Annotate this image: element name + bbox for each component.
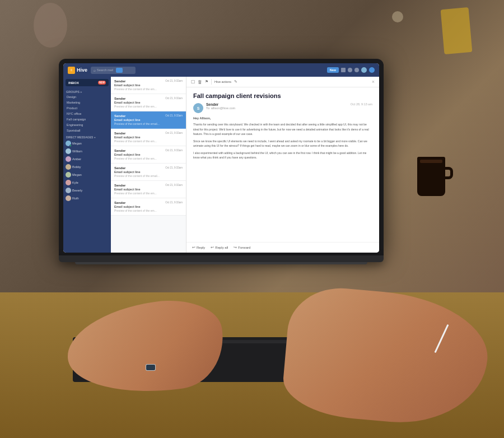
hive-logo-icon: ≡ [68, 67, 75, 74]
top-bar-actions: New [327, 67, 375, 73]
dm-name: Bobby [72, 165, 81, 169]
flag-icon[interactable]: ⚑ [205, 80, 208, 84]
close-icon[interactable]: × [372, 79, 375, 85]
laptop-bottom [75, 262, 367, 264]
dm-item[interactable]: Bobby [63, 163, 111, 171]
email-meta: S Sender To: allison@hive.com Oct 28, 9:… [193, 102, 372, 113]
grid-icon [341, 68, 346, 72]
email-list-item[interactable]: Sender Oct 21, 9:33am Email subject line… [111, 94, 186, 111]
email-date: Oct 21, 9:33am [165, 114, 183, 118]
email-preview: Preview of the content of the email... [114, 174, 183, 178]
search-bar[interactable]: ⌕ Search mail [91, 67, 136, 74]
email-paragraph-3: I also experimented with adding a backgr… [193, 151, 372, 160]
email-subject: Email subject line [114, 188, 183, 191]
email-list-item[interactable]: Sender Oct 21, 9:33am Email subject line… [111, 164, 186, 181]
app-logo: ≡ Hive [68, 67, 87, 74]
reply-all-icon: ↩ [211, 245, 214, 250]
reply-all-label: Reply all [215, 246, 228, 249]
email-subject: Email subject line [114, 83, 183, 87]
email-greeting: Hey Allison, [193, 117, 372, 120]
email-list-panel: Sender Oct 21, 9:33am Email subject line… [111, 77, 186, 253]
reply-icon: ↩ [192, 245, 195, 250]
sidebar-item[interactable]: NYC office [63, 111, 111, 117]
email-preview: Preview of the content of the em... [114, 139, 183, 143]
new-button[interactable]: New [327, 67, 339, 73]
dm-item[interactable]: Ruth [63, 194, 111, 202]
background-object-1 [441, 7, 473, 54]
dm-name: Kyle [72, 181, 78, 184]
email-subject: Email subject line [114, 101, 183, 104]
email-subject: Email subject line [114, 136, 183, 139]
dm-item[interactable]: Kyle [63, 179, 111, 187]
groups-list: Design Marketing Product NYC office Fall… [63, 94, 111, 133]
email-subject: Email subject line [114, 118, 183, 122]
inbox-button[interactable]: INBOX NEW [66, 79, 109, 86]
email-paragraph-2: Since we know the specific UI elements w… [193, 139, 372, 148]
dm-item[interactable]: Megan [63, 139, 111, 147]
dm-item[interactable]: Beverly [63, 187, 111, 194]
search-filter-button[interactable] [116, 68, 123, 73]
inbox-label: INBOX [68, 81, 79, 85]
background-object-3 [392, 11, 403, 22]
sidebar-item[interactable]: Sportsball [63, 128, 111, 133]
email-date: Oct 21, 9:33am [165, 149, 183, 152]
reply-all-button[interactable]: ↩ Reply all [211, 245, 228, 250]
sidebar-item[interactable]: Engineering [63, 122, 111, 128]
dm-section-title: DIRECT MESSAGES + [63, 133, 111, 139]
reply-actions: ↩ Reply ↩ Reply all ↪ Forward [186, 242, 379, 253]
dm-item[interactable]: William [63, 147, 111, 155]
email-preview: Preview of the content of the em... [114, 157, 183, 160]
email-list-item[interactable]: Sender Oct 21, 9:33am Email subject line… [111, 129, 186, 146]
hive-actions-label[interactable]: Hive actions [214, 80, 231, 83]
inbox-badge: NEW [98, 81, 106, 85]
dm-item[interactable]: Megan [63, 171, 111, 179]
sidebar-item[interactable]: Marketing [63, 100, 111, 105]
sidebar-item[interactable]: Design [63, 94, 111, 100]
email-preview: Preview of the content of the email... [114, 122, 183, 125]
email-list-item[interactable]: Sender Oct 21, 9:33am Email subject line… [111, 146, 186, 164]
settings-icon [354, 68, 359, 72]
search-placeholder: Search mail [97, 68, 113, 72]
email-sender: Sender [114, 166, 125, 170]
background-object-2 [34, 3, 67, 48]
email-list-item[interactable]: Sender Oct 21, 9:33am Email subject line… [111, 77, 186, 94]
laptop-base [59, 255, 384, 262]
main-area: INBOX NEW GROUPS + Design Marketing Prod… [63, 77, 379, 253]
sender-to: To: allison@hive.com [206, 106, 348, 110]
email-received-date: Oct 28, 9:13 am [351, 102, 372, 106]
email-date: Oct 21, 9:33am [165, 166, 183, 170]
screen-content: ≡ Hive ⌕ Search mail New [63, 63, 379, 253]
user-avatar-2 [369, 67, 375, 73]
email-title: Fall campaign client revisions [193, 92, 372, 100]
email-preview: Preview of the content of the em... [114, 87, 183, 91]
email-sender: Sender [114, 149, 125, 152]
email-detail-panel: ☐ 🗑 ⚑ Hive actions ✎ × Fall campaign cli… [186, 77, 379, 253]
dm-avatar [66, 195, 71, 201]
email-list-item[interactable]: Sender Oct 21, 9:33am Email subject line… [111, 198, 186, 216]
forward-button[interactable]: ↪ Forward [234, 245, 250, 250]
dm-name: Ruth [72, 197, 79, 200]
dm-avatar [66, 156, 71, 162]
dm-name: Megan [72, 173, 82, 176]
edit-icon[interactable]: ✎ [234, 80, 237, 84]
dm-item[interactable]: Amber [63, 155, 111, 163]
dm-name: Amber [72, 157, 81, 161]
email-list-item-selected[interactable]: Sender Oct 21, 9:33am Email subject line… [111, 111, 186, 129]
keyboard [73, 337, 364, 382]
sidebar-item[interactable]: Fall campaign [63, 117, 111, 122]
email-list-item[interactable]: Sender Oct 21, 9:33am Email subject line… [111, 181, 186, 198]
screen-bezel: ≡ Hive ⌕ Search mail New [59, 59, 384, 255]
archive-icon[interactable]: ☐ [191, 80, 195, 85]
trash-icon[interactable]: 🗑 [198, 80, 202, 85]
email-preview: Preview of the content of the em... [114, 192, 183, 195]
reply-button[interactable]: ↩ Reply [192, 245, 205, 250]
laptop-container: ≡ Hive ⌕ Search mail New [59, 59, 384, 264]
email-sender: Sender [114, 80, 125, 83]
forward-label: Forward [238, 246, 250, 249]
coffee-cup [417, 157, 445, 196]
toolbar-divider [211, 79, 212, 85]
notification-icon [348, 68, 352, 72]
email-preview: Preview of the content of the em... [114, 209, 183, 212]
sidebar-item[interactable]: Product [63, 105, 111, 111]
email-subject: Email subject line [114, 153, 183, 156]
